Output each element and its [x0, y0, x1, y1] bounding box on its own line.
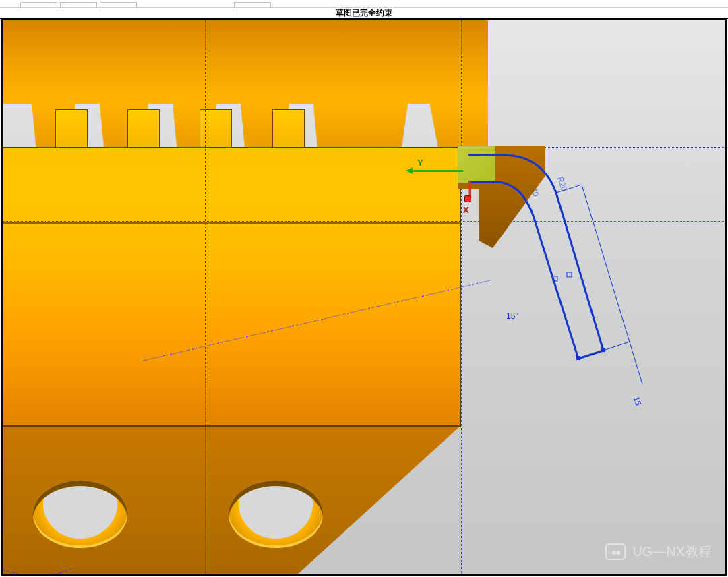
axis-origin[interactable] — [464, 195, 471, 202]
wechat-icon: ●● — [605, 543, 626, 560]
dimension-length[interactable]: 15 — [632, 395, 643, 406]
axis-y-label: Y — [417, 158, 423, 168]
watermark-text: UG—NX教程 — [632, 543, 712, 561]
model-tabs — [3, 109, 461, 150]
axis-x-arrow — [469, 181, 471, 196]
model-main-block — [3, 147, 461, 427]
watermark: ●● UG—NX教程 — [605, 543, 712, 561]
svg-line-0 — [603, 342, 628, 351]
tab-stub[interactable] — [20, 2, 57, 7]
svg-rect-7 — [567, 272, 572, 277]
model-hole — [229, 481, 323, 548]
svg-rect-5 — [601, 348, 605, 352]
sketch-profile[interactable] — [468, 148, 644, 384]
dimension-angle[interactable]: 15° — [506, 311, 518, 321]
tab-stub[interactable] — [100, 2, 137, 7]
tab-stub[interactable] — [234, 2, 271, 7]
construction-line-vertical — [205, 20, 206, 574]
axis-x-label: X — [463, 205, 469, 215]
graphics-viewport[interactable]: 15° 15 R20 40 Y X ●● UG—NX教程 — [1, 19, 727, 576]
tab-bar — [0, 0, 728, 8]
app-window: 草图已完全约束 — [0, 0, 728, 577]
status-message: 草图已完全约束 — [336, 8, 392, 18]
sketch-region[interactable]: 15° 15 R20 40 Y X — [444, 146, 633, 388]
axis-y-arrow — [409, 170, 463, 172]
status-bar: 草图已完全约束 — [0, 8, 728, 19]
svg-rect-4 — [576, 356, 580, 360]
tab-stub[interactable] — [60, 2, 97, 7]
